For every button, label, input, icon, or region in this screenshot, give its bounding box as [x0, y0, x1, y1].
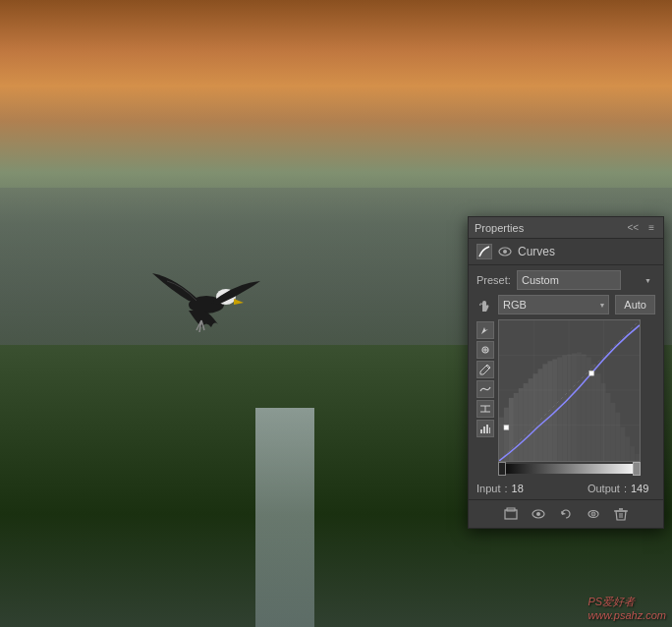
- svg-rect-30: [562, 356, 567, 461]
- io-row: Input : 18 Output : 149: [469, 478, 663, 499]
- colon1: :: [504, 483, 507, 494]
- output-value: 149: [631, 483, 655, 494]
- apply-button[interactable]: [584, 504, 603, 524]
- finger-tool-icon[interactable]: [476, 297, 492, 313]
- reset-button[interactable]: [556, 504, 576, 524]
- output-label: Output: [588, 483, 620, 494]
- watermark: PS爱好者 www.psahz.com: [588, 595, 666, 621]
- properties-panel: Properties << ≡ Curves Preset:: [468, 216, 664, 529]
- svg-point-51: [536, 512, 540, 516]
- svg-rect-8: [486, 425, 488, 433]
- delete-button[interactable]: [611, 504, 631, 524]
- preset-select-wrapper: Custom Default Strong Contrast Linear Co…: [517, 270, 655, 290]
- waterfall-layer: [255, 408, 314, 627]
- panel-title-area: Properties: [475, 222, 524, 234]
- svg-rect-41: [615, 413, 620, 461]
- gradient-slider[interactable]: [498, 464, 641, 474]
- select-point-tool[interactable]: [476, 321, 494, 339]
- pencil-tool[interactable]: [476, 361, 494, 378]
- svg-rect-42: [620, 427, 625, 461]
- input-value: 18: [512, 483, 536, 494]
- svg-rect-34: [582, 355, 587, 461]
- clamp-tool[interactable]: [476, 400, 494, 418]
- tool-sidebar: [476, 319, 494, 474]
- curves-graph-wrapper: [498, 319, 655, 474]
- svg-rect-47: [589, 370, 594, 375]
- curves-layer-icon: [476, 244, 492, 259]
- preset-label: Preset:: [476, 274, 511, 286]
- svg-rect-22: [524, 383, 529, 461]
- curves-title-bar: Curves: [469, 239, 663, 265]
- collapse-button[interactable]: <<: [624, 221, 642, 234]
- input-label: Input: [476, 483, 500, 494]
- svg-rect-33: [577, 353, 582, 461]
- histogram-tool[interactable]: [476, 420, 494, 437]
- preset-select[interactable]: Custom Default Strong Contrast Linear Co…: [517, 270, 621, 290]
- svg-rect-27: [547, 361, 552, 461]
- svg-rect-32: [572, 354, 577, 461]
- svg-rect-18: [504, 408, 509, 461]
- channel-select[interactable]: RGB Red Green Blue: [498, 295, 609, 314]
- svg-rect-25: [537, 369, 542, 461]
- svg-rect-26: [542, 364, 547, 461]
- svg-rect-20: [514, 393, 519, 461]
- svg-rect-7: [483, 427, 485, 433]
- svg-rect-31: [567, 355, 572, 461]
- svg-rect-45: [635, 454, 640, 461]
- svg-rect-44: [630, 446, 635, 461]
- svg-rect-39: [605, 393, 610, 461]
- svg-rect-24: [533, 373, 538, 461]
- colon2: :: [624, 483, 627, 494]
- preset-row: Preset: Custom Default Strong Contrast L…: [469, 265, 663, 295]
- svg-rect-17: [499, 418, 504, 461]
- panel-menu-button[interactable]: ≡: [645, 221, 657, 234]
- channel-row: RGB Red Green Blue Auto: [469, 295, 663, 319]
- watermark-line1: PS爱好者: [588, 595, 666, 609]
- panel-header: Properties << ≡: [469, 217, 663, 239]
- curves-main: [469, 319, 663, 478]
- svg-rect-46: [504, 426, 509, 430]
- channel-select-wrapper: RGB Red Green Blue: [498, 295, 609, 314]
- panel-title: Properties: [475, 222, 524, 234]
- add-layer-button[interactable]: [501, 504, 521, 524]
- svg-rect-9: [489, 428, 490, 433]
- smooth-tool[interactable]: [476, 380, 494, 398]
- svg-rect-23: [529, 378, 533, 461]
- svg-rect-36: [591, 364, 596, 461]
- svg-rect-38: [601, 383, 606, 461]
- svg-point-54: [592, 513, 594, 515]
- svg-rect-40: [610, 403, 615, 461]
- black-point-handle[interactable]: [498, 462, 506, 476]
- svg-rect-6: [480, 429, 482, 433]
- auto-button[interactable]: Auto: [615, 295, 655, 314]
- bottom-toolbar: [469, 499, 663, 528]
- svg-rect-37: [596, 373, 601, 461]
- panel-controls: << ≡: [624, 221, 657, 234]
- curves-title: Curves: [518, 245, 555, 258]
- white-point-handle[interactable]: [633, 462, 641, 476]
- svg-rect-43: [625, 436, 630, 461]
- visibility-button[interactable]: [529, 504, 548, 524]
- svg-point-4: [503, 250, 507, 254]
- curves-graph[interactable]: [498, 319, 641, 462]
- add-point-tool[interactable]: [476, 341, 494, 359]
- svg-rect-21: [519, 388, 524, 461]
- watermark-line2: www.psahz.com: [588, 609, 666, 621]
- visibility-icon[interactable]: [498, 245, 512, 258]
- eagle: [147, 263, 265, 342]
